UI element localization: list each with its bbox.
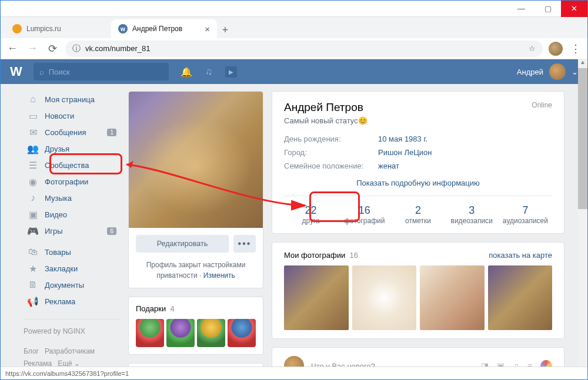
bookmark-star-icon[interactable]: ☆ <box>529 44 536 53</box>
header-user[interactable]: Андрей ⌄ <box>517 63 578 80</box>
counter-tags[interactable]: 2отметки <box>391 204 445 225</box>
scrollbar[interactable]: ▲ <box>578 59 587 366</box>
url-input[interactable]: ⓘ vk.com/number_81 ☆ <box>65 41 543 57</box>
tab-lumpics[interactable]: Lumpics.ru <box>5 19 111 38</box>
sidebar-item-market[interactable]: 🛍Товары <box>24 244 120 260</box>
sidebar-label: Фотографии <box>45 177 88 186</box>
vk-header: W ⌕ Поиск 🔔 ♫ ▶ Андрей ⌄ <box>1 59 587 84</box>
sidebar-item-groups[interactable]: ☰Сообщества <box>24 157 120 173</box>
sidebar-item-docs[interactable]: 🗎Документы <box>24 277 120 293</box>
window-titlebar: — ▢ ✕ <box>1 1 587 17</box>
photo-thumb[interactable] <box>488 265 553 330</box>
minimize-button[interactable]: — <box>508 1 534 17</box>
search-placeholder: Поиск <box>49 68 70 76</box>
player-play-icon[interactable]: ▶ <box>225 66 237 78</box>
profile-photo[interactable] <box>129 92 263 228</box>
profile-status[interactable]: Самый новый статус😊 <box>284 116 368 125</box>
scroll-up-icon[interactable]: ▲ <box>578 59 587 68</box>
gifts-title[interactable]: Подарки <box>136 304 166 313</box>
counter-friends[interactable]: 22друга <box>284 204 338 225</box>
music-icon[interactable]: ♫ <box>205 66 212 77</box>
right-column: Андрей Петров Самый новый статус😊 Online… <box>272 91 564 379</box>
sidebar-item-games[interactable]: 🎮Игры6 <box>24 223 120 239</box>
info-value-marital[interactable]: женат <box>378 162 552 170</box>
powered-by: Powered by NGINX <box>24 325 120 338</box>
site-info-icon[interactable]: ⓘ <box>72 43 81 54</box>
sidebar-item-my-page[interactable]: ⌂Моя страница <box>24 91 120 107</box>
sidebar-footer: Powered by NGINX Блог Разработчикам Рекл… <box>24 319 120 371</box>
sidebar-item-ads[interactable]: 📢Реклама <box>24 293 120 310</box>
sidebar-item-messages[interactable]: ✉Сообщения1 <box>24 124 120 140</box>
privacy-change-link[interactable]: Изменить <box>203 271 235 280</box>
music-note-icon: ♪ <box>27 192 39 204</box>
sidebar-label: Закладки <box>45 264 78 273</box>
photo-thumb[interactable] <box>284 265 349 330</box>
gifts-count: 4 <box>171 304 175 313</box>
sidebar-label: Друзья <box>45 144 69 153</box>
tab-vk-profile[interactable]: w Андрей Петров × <box>111 19 217 38</box>
sidebar-label: Реклама <box>45 297 75 306</box>
edit-profile-button[interactable]: Редактировать <box>136 235 229 253</box>
close-button[interactable]: ✕ <box>561 1 587 17</box>
info-label: Семейное положение: <box>284 162 378 170</box>
info-value-city[interactable]: Ришон ЛеЦион <box>378 148 552 157</box>
gift-item[interactable] <box>136 319 164 347</box>
forward-button[interactable]: → <box>25 42 39 55</box>
close-tab-icon[interactable]: × <box>205 24 210 34</box>
friends-icon: 👥 <box>27 143 39 154</box>
sidebar-label: Сообщества <box>45 161 89 170</box>
sidebar-item-music[interactable]: ♪Музыка <box>24 190 120 206</box>
footer-link-blog[interactable]: Блог <box>24 347 39 355</box>
messages-icon: ✉ <box>27 126 39 138</box>
info-value-birthday[interactable]: 10 мая 1983 г. <box>378 134 552 143</box>
menu-button[interactable]: ⋮ <box>569 42 583 55</box>
favicon-icon <box>12 24 22 33</box>
favicon-icon: w <box>118 24 128 33</box>
search-icon: ⌕ <box>39 68 44 76</box>
gift-item[interactable] <box>197 319 225 347</box>
profile-avatar-icon[interactable] <box>549 42 563 56</box>
reload-button[interactable]: ⟳ <box>45 42 59 55</box>
sidebar-item-bookmarks[interactable]: ★Закладки <box>24 260 120 277</box>
avatar-icon <box>549 63 566 80</box>
chevron-down-icon: ⌄ <box>572 68 578 76</box>
show-on-map-link[interactable]: показать на карте <box>489 251 552 260</box>
photo-thumb[interactable] <box>420 265 485 330</box>
photos-title[interactable]: Мои фотографии <box>284 251 345 260</box>
header-username: Андрей <box>517 68 543 76</box>
counter-videos[interactable]: 3видеозаписи <box>445 204 499 225</box>
tab-title: Lumpics.ru <box>26 25 61 33</box>
new-tab-button[interactable]: + <box>217 22 233 38</box>
sidebar-item-video[interactable]: ▣Видео <box>24 206 120 223</box>
photo-thumb[interactable] <box>352 265 417 330</box>
more-actions-button[interactable]: ••• <box>233 235 256 253</box>
groups-icon: ☰ <box>27 159 39 171</box>
document-icon: 🗎 <box>27 279 39 291</box>
back-button[interactable]: ← <box>5 42 19 55</box>
profile-name: Андрей Петров <box>284 101 368 114</box>
tab-title: Андрей Петров <box>132 25 182 33</box>
info-label: Город: <box>284 148 378 157</box>
notifications-icon[interactable]: 🔔 <box>181 66 192 78</box>
sidebar-item-news[interactable]: ▭Новости <box>24 107 120 124</box>
vk-logo-icon[interactable]: W <box>10 64 22 79</box>
counter-audios[interactable]: 7аудиозаписей <box>499 204 552 225</box>
scroll-thumb[interactable] <box>578 68 587 209</box>
gift-item[interactable] <box>166 319 195 347</box>
gift-item[interactable] <box>228 319 256 347</box>
search-input[interactable]: ⌕ Поиск <box>34 63 169 80</box>
show-more-info-link[interactable]: Показать подробную информацию <box>284 179 552 196</box>
footer-link-dev[interactable]: Разработчикам <box>45 347 95 355</box>
video-icon: ▣ <box>27 209 39 220</box>
browser-window: — ▢ ✕ Lumpics.ru w Андрей Петров × + ← →… <box>0 0 588 380</box>
sidebar-label: Моя страница <box>45 95 95 104</box>
sidebar-label: Музыка <box>45 194 72 203</box>
counter-photos[interactable]: 16фотографий <box>338 204 391 225</box>
profile-info: День рождения: 10 мая 1983 г. Город: Риш… <box>284 134 552 170</box>
counters-row: 22друга 16фотографий 2отметки 3видеозапи… <box>284 196 552 233</box>
sidebar-label: Новости <box>45 112 74 120</box>
sidebar-item-friends[interactable]: 👥Друзья <box>24 140 120 157</box>
star-icon: ★ <box>27 263 39 274</box>
maximize-button[interactable]: ▢ <box>534 1 561 17</box>
sidebar-item-photos[interactable]: ◉Фотографии <box>24 173 120 190</box>
